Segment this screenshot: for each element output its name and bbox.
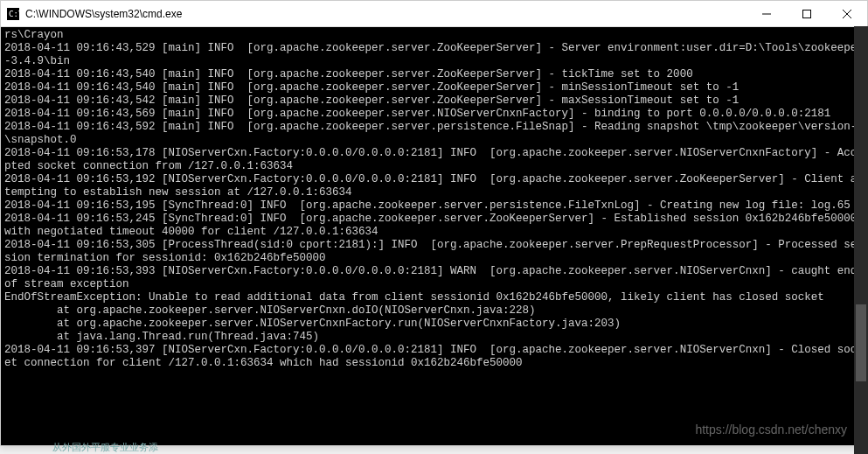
log-line: 2018-04-11 09:16:53,245 [SyncThread:0] I… [4, 213, 864, 239]
log-line: at org.apache.zookeeper.server.NIOServer… [4, 304, 864, 318]
log-line: 2018-04-11 09:16:53,393 [NIOServerCxn.Fa… [4, 265, 864, 291]
log-line: 2018-04-11 09:16:43,540 [main] INFO [org… [4, 81, 864, 94]
minimize-button[interactable] [746, 1, 787, 26]
log-line: 2018-04-11 09:16:43,542 [main] INFO [org… [4, 94, 864, 108]
log-line: 2018-04-11 09:16:53,195 [SyncThread:0] I… [4, 199, 864, 213]
log-line: rs\Crayon [4, 29, 864, 42]
log-line: 2018-04-11 09:16:43,592 [main] INFO [org… [4, 121, 864, 147]
log-line: 2018-04-11 09:16:43,569 [main] INFO [org… [4, 108, 864, 121]
log-line: EndOfStreamException: Unable to read add… [4, 291, 864, 304]
log-line: at java.lang.Thread.run(Thread.java:745) [4, 331, 864, 344]
svg-text:C:\: C:\ [9, 10, 19, 18]
log-line: 2018-04-11 09:16:53,305 [ProcessThread(s… [4, 239, 864, 265]
log-line: 2018-04-11 09:16:53,178 [NIOServerCxn.Fa… [4, 147, 864, 173]
titlebar[interactable]: C:\ C:\WINDOWS\system32\cmd.exe [1, 1, 867, 27]
cmd-icon: C:\ [6, 7, 20, 21]
bottom-hint: 从外国外平服专业业务添 [52, 441, 158, 454]
window-title: C:\WINDOWS\system32\cmd.exe [25, 8, 746, 20]
log-line: 2018-04-11 09:16:53,192 [NIOServerCxn.Fa… [4, 173, 864, 199]
cmd-window: C:\ C:\WINDOWS\system32\cmd.exe rs\Crayo… [0, 0, 868, 446]
close-button[interactable] [827, 1, 867, 26]
scrollbar-thumb[interactable] [856, 304, 866, 381]
log-line: at org.apache.zookeeper.server.NIOServer… [4, 318, 864, 331]
log-line: 2018-04-11 09:16:53,397 [NIOServerCxn.Fa… [4, 344, 864, 370]
svg-rect-3 [803, 10, 811, 17]
log-line: 2018-04-11 09:16:43,529 [main] INFO [org… [4, 42, 864, 68]
window-controls [746, 1, 867, 26]
scrollbar[interactable] [854, 26, 868, 454]
terminal-output[interactable]: rs\Crayon2018-04-11 09:16:43,529 [main] … [1, 27, 867, 445]
maximize-button[interactable] [787, 1, 827, 26]
log-line: 2018-04-11 09:16:43,540 [main] INFO [org… [4, 68, 864, 81]
